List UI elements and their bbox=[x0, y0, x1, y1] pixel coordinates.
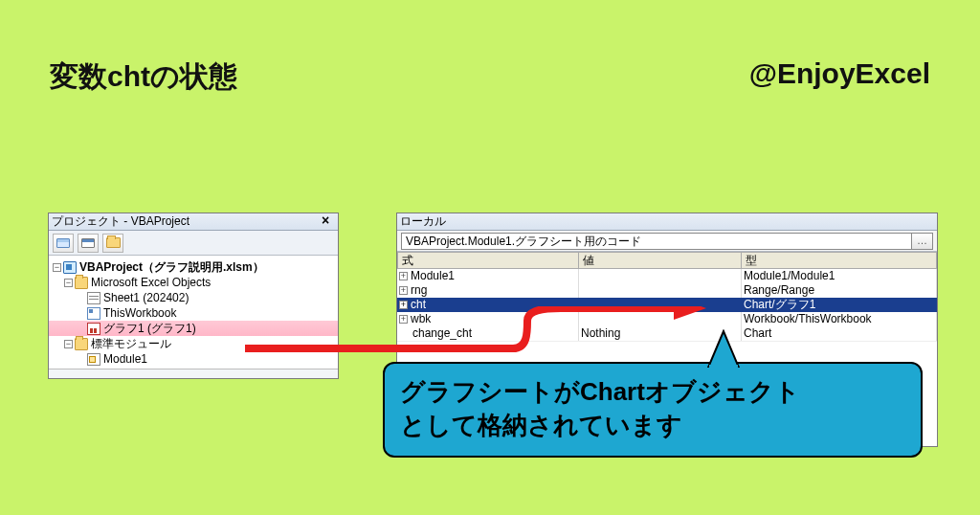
cell-value bbox=[579, 269, 742, 283]
project-explorer-window: プロジェクト - VBAProject × − VBAProject（グラフ説明… bbox=[48, 213, 339, 379]
cell-type: Chart/グラフ1 bbox=[742, 298, 937, 312]
object-icon bbox=[81, 238, 95, 248]
tree-label: Microsoft Excel Objects bbox=[91, 275, 211, 290]
cell-expr: change_cht bbox=[412, 326, 472, 341]
tree-node-module1[interactable]: Module1 bbox=[49, 351, 338, 367]
collapse-icon[interactable]: − bbox=[64, 279, 73, 287]
locals-context-bar: VBAProject.Module1.グラフシート用のコード … bbox=[397, 231, 937, 252]
cell-expr: cht bbox=[411, 298, 426, 312]
tree-label: Sheet1 (202402) bbox=[103, 290, 189, 305]
tree-node-std-modules[interactable]: − 標準モジュール bbox=[49, 336, 338, 351]
toggle-folders-button[interactable] bbox=[102, 234, 123, 253]
module-icon bbox=[87, 353, 100, 366]
expand-icon[interactable]: + bbox=[399, 286, 408, 295]
page-title-right: @EnjoyExcel bbox=[749, 57, 930, 90]
project-explorer-titlebar[interactable]: プロジェクト - VBAProject × bbox=[49, 213, 338, 231]
locals-title-text: ローカル bbox=[400, 213, 446, 230]
expand-icon[interactable]: + bbox=[399, 272, 408, 280]
cell-expr: rng bbox=[411, 283, 427, 298]
vbaproject-icon bbox=[63, 261, 77, 274]
close-icon[interactable]: × bbox=[316, 214, 335, 229]
view-code-button[interactable] bbox=[53, 234, 74, 253]
tree-node-sheet1[interactable]: Sheet1 (202402) bbox=[49, 290, 338, 305]
tree-node-excel-objects[interactable]: − Microsoft Excel Objects bbox=[49, 275, 338, 290]
cell-value bbox=[579, 298, 742, 312]
project-tree[interactable]: − VBAProject（グラフ説明用.xlsm） − Microsoft Ex… bbox=[49, 256, 338, 369]
annotation-line2: として格納されています bbox=[400, 409, 905, 442]
bubble-tail-icon bbox=[701, 329, 746, 368]
annotation-bubble: グラフシートがChartオブジェクト として格納されています bbox=[383, 362, 923, 458]
annotation-line1: グラフシートがChartオブジェクト bbox=[400, 375, 905, 409]
locals-titlebar[interactable]: ローカル bbox=[397, 213, 937, 231]
worksheet-icon bbox=[87, 292, 100, 304]
column-header-type[interactable]: 型 bbox=[742, 252, 937, 269]
locals-grid-body[interactable]: +Module1 Module1/Module1 +rng Range/Rang… bbox=[397, 269, 937, 341]
collapse-icon[interactable]: − bbox=[53, 263, 61, 272]
tree-node-thisworkbook[interactable]: ThisWorkbook bbox=[49, 305, 338, 321]
locals-row[interactable]: +wbk Workbook/ThisWorkbook bbox=[397, 312, 937, 326]
locals-row[interactable]: +rng Range/Range bbox=[397, 283, 937, 298]
tree-label: ThisWorkbook bbox=[103, 305, 176, 321]
tree-label: VBAProject（グラフ説明用.xlsm） bbox=[79, 259, 264, 275]
cell-type: Module1/Module1 bbox=[742, 269, 937, 283]
tree-node-chart1[interactable]: グラフ1 (グラフ1) bbox=[49, 321, 338, 336]
cell-type: Range/Range bbox=[742, 283, 937, 298]
locals-row[interactable]: +Module1 Module1/Module1 bbox=[397, 269, 937, 283]
project-explorer-title: プロジェクト - VBAProject bbox=[52, 213, 189, 230]
column-header-expr[interactable]: 式 bbox=[397, 252, 579, 269]
folder-icon bbox=[75, 277, 88, 289]
cell-type: Chart bbox=[742, 326, 937, 341]
folder-icon bbox=[106, 237, 121, 248]
tree-node-project[interactable]: − VBAProject（グラフ説明用.xlsm） bbox=[49, 259, 338, 275]
expand-icon[interactable]: + bbox=[399, 315, 408, 324]
project-explorer-toolbar bbox=[49, 231, 338, 256]
locals-context-field[interactable]: VBAProject.Module1.グラフシート用のコード bbox=[401, 233, 912, 250]
view-object-button[interactable] bbox=[78, 234, 99, 253]
page-title-left: 変数chtの状態 bbox=[50, 57, 237, 97]
code-icon bbox=[56, 238, 70, 248]
folder-icon bbox=[75, 338, 88, 350]
tree-label: 標準モジュール bbox=[91, 336, 171, 351]
tree-label: グラフ1 (グラフ1) bbox=[103, 321, 196, 336]
locals-context-dropdown[interactable]: … bbox=[912, 233, 933, 250]
locals-grid-header: 式 値 型 bbox=[397, 252, 937, 269]
cell-type: Workbook/ThisWorkbook bbox=[742, 312, 937, 326]
workbook-icon bbox=[87, 307, 100, 320]
cell-expr: wbk bbox=[411, 312, 431, 326]
chart-icon bbox=[87, 323, 100, 335]
expand-icon[interactable]: + bbox=[399, 301, 408, 309]
cell-expr: Module1 bbox=[411, 269, 455, 283]
collapse-icon[interactable]: − bbox=[64, 340, 73, 348]
column-header-value[interactable]: 値 bbox=[579, 252, 742, 269]
cell-value bbox=[579, 312, 742, 326]
tree-label: Module1 bbox=[103, 351, 147, 367]
cell-value bbox=[579, 283, 742, 298]
locals-row-selected[interactable]: +cht Chart/グラフ1 bbox=[397, 298, 937, 312]
window-resize-grip[interactable] bbox=[49, 369, 338, 378]
locals-row[interactable]: change_cht Nothing Chart bbox=[397, 326, 937, 341]
